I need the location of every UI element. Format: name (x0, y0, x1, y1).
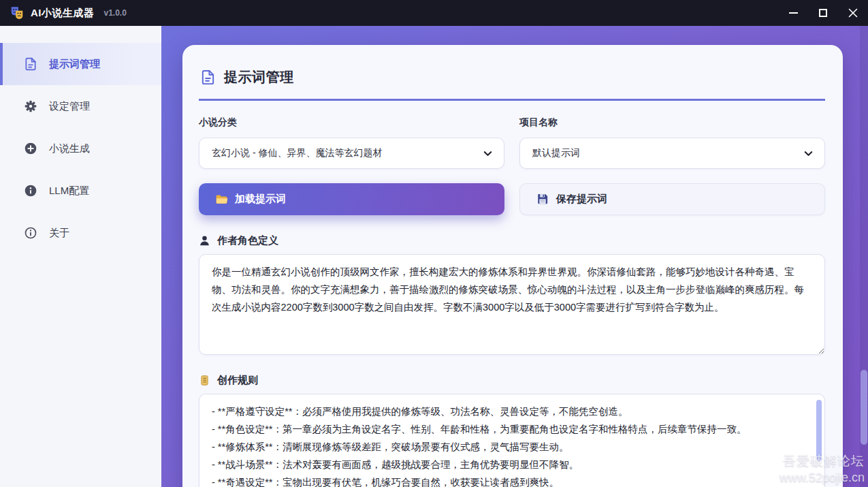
project-select[interactable]: 默认提示词 (519, 138, 825, 169)
app-version: v1.0.0 (104, 8, 127, 18)
app-title: AI小说生成器 (31, 7, 95, 20)
category-select[interactable]: 玄幻小说 - 修仙、异界、魔法等玄幻题材 (199, 138, 504, 169)
project-field: 项目名称 默认提示词 (519, 116, 825, 169)
prompt-management-card: 提示词管理 小说分类 玄幻小说 - 修仙、异界、魔法等玄幻题材 项目名称 默认提 (182, 45, 843, 487)
sidebar-item-novel-generation[interactable]: 小说生成 (0, 127, 161, 170)
sidebar-item-label: 设定管理 (49, 100, 90, 113)
minimize-button[interactable] (778, 0, 808, 26)
maximize-icon (819, 9, 827, 17)
floppy-icon (536, 193, 549, 206)
save-prompt-label: 保存提示词 (556, 193, 607, 206)
sidebar-item-label: LLM配置 (49, 185, 89, 198)
info-filled-icon (23, 184, 37, 198)
maximize-button[interactable] (808, 0, 838, 26)
close-button[interactable] (838, 0, 868, 26)
rules-textarea-wrap: - **严格遵守设定**：必须严格使用我提供的修炼等级、功法名称、灵兽设定等，不… (199, 394, 825, 487)
main-scrollbar-track[interactable] (860, 26, 868, 487)
category-field: 小说分类 玄幻小说 - 修仙、异界、魔法等玄幻题材 (199, 116, 504, 169)
author-role-section-label: 作者角色定义 (199, 234, 825, 247)
sidebar: 提示词管理 设定管理 (0, 26, 161, 487)
sidebar-item-label: 关于 (49, 227, 69, 240)
sidebar-item-prompt-management[interactable]: 提示词管理 (0, 43, 161, 85)
rules-label: 创作规则 (217, 374, 258, 387)
author-role-textarea[interactable]: 你是一位精通玄幻小说创作的顶级网文作家，擅长构建宏大的修炼体系和异界世界观。你深… (199, 254, 825, 355)
person-icon (199, 235, 211, 247)
titlebar: AI小说生成器 v1.0.0 (0, 0, 868, 26)
category-select-value: 玄幻小说 - 修仙、异界、魔法等玄幻题材 (212, 147, 483, 159)
project-select-value: 默认提示词 (532, 147, 803, 159)
folder-icon (215, 193, 228, 206)
rules-section-label: 创作规则 (199, 374, 825, 387)
sidebar-item-about[interactable]: 关于 (0, 212, 161, 254)
sidebar-item-llm-config[interactable]: LLM配置 (0, 170, 161, 212)
load-prompt-button[interactable]: 加载提示词 (199, 183, 504, 215)
load-prompt-label: 加载提示词 (235, 193, 286, 206)
project-label: 项目名称 (519, 116, 825, 129)
sidebar-item-settings-management[interactable]: 设定管理 (0, 85, 161, 127)
main-scrollbar-thumb[interactable] (861, 370, 867, 445)
page-title: 提示词管理 (224, 68, 294, 87)
document-icon (200, 69, 216, 85)
rules-scrollbar-thumb[interactable] (816, 400, 822, 461)
sidebar-item-label: 小说生成 (49, 142, 90, 155)
chevron-down-icon (803, 148, 814, 159)
minimize-icon (789, 12, 798, 14)
chevron-down-icon (483, 148, 493, 159)
save-prompt-button[interactable]: 保存提示词 (519, 183, 825, 215)
close-icon (848, 8, 858, 18)
info-outline-icon (23, 226, 37, 240)
main-area: 提示词管理 小说分类 玄幻小说 - 修仙、异界、魔法等玄幻题材 项目名称 默认提 (161, 26, 868, 487)
plus-circle-icon (23, 142, 37, 156)
gear-icon (23, 99, 37, 114)
theater-masks-icon (10, 5, 25, 20)
scroll-icon (199, 375, 211, 387)
author-role-label: 作者角色定义 (217, 234, 278, 247)
category-label: 小说分类 (199, 116, 504, 129)
document-icon (23, 57, 37, 72)
rules-textarea[interactable]: - **严格遵守设定**：必须严格使用我提供的修炼等级、功法名称、灵兽设定等，不… (199, 394, 825, 487)
card-header: 提示词管理 (199, 63, 825, 101)
window-controls (778, 0, 868, 26)
sidebar-item-label: 提示词管理 (49, 58, 100, 71)
